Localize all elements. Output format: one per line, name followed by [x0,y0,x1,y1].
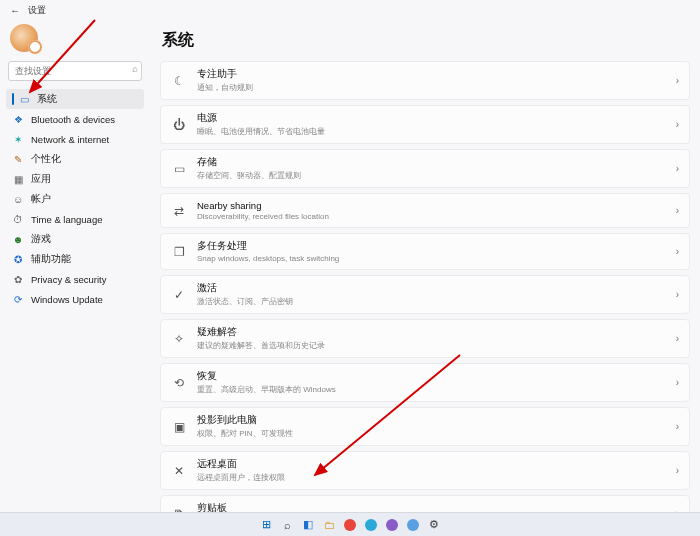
priv-icon: ✿ [12,274,24,285]
setting-subtitle: 通知，自动规则 [197,82,666,93]
setting-title: 剪贴板 [197,502,666,512]
setting-title: 远程桌面 [197,458,666,471]
bt-icon: ❖ [12,114,24,125]
project-icon: ▣ [171,420,187,434]
chevron-right-icon: › [676,421,679,432]
chevron-right-icon: › [676,75,679,86]
search-input[interactable] [8,61,142,81]
sidebar-item-bt[interactable]: ❖Bluetooth & devices [6,109,144,129]
pers-icon: ✎ [12,154,24,165]
game-icon: ☻ [12,234,24,245]
taskbar-settings[interactable]: ⚙ [426,517,442,533]
setting-row-nearby[interactable]: ⇄Nearby sharingDiscoverability, received… [160,193,690,228]
setting-row-storage[interactable]: ▭存储存储空间、驱动器、配置规则› [160,149,690,188]
setting-row-project[interactable]: ▣投影到此电脑权限、配对 PIN、可发现性› [160,407,690,446]
setting-title: 激活 [197,282,666,295]
taskbar-app1[interactable] [384,517,400,533]
acct-icon: ☺ [12,194,24,205]
rdp-icon: ✕ [171,464,187,478]
search-box[interactable]: ⌕ [8,60,142,81]
setting-subtitle: Discoverability, received files location [197,212,666,221]
sidebar-item-label: 游戏 [31,233,51,246]
net-icon: ✶ [12,134,24,145]
setting-title: 存储 [197,156,666,169]
sidebar-item-priv[interactable]: ✿Privacy & security [6,269,144,289]
setting-row-focus[interactable]: ☾专注助手通知，自动规则› [160,61,690,100]
setting-subtitle: 激活状态、订阅、产品密钥 [197,296,666,307]
wu-icon: ⟳ [12,294,24,305]
main-panel: 系统 ☾专注助手通知，自动规则›⏻电源睡眠、电池使用情况、节省电池电量›▭存储存… [150,20,700,512]
sidebar-item-label: 个性化 [31,153,61,166]
search-icon: ⌕ [132,63,138,74]
sidebar: ⌕ ▭系统❖Bluetooth & devices✶Network & inte… [0,20,150,512]
setting-title: Nearby sharing [197,200,666,211]
power-icon: ⏻ [171,118,187,132]
setting-row-power[interactable]: ⏻电源睡眠、电池使用情况、节省电池电量› [160,105,690,144]
avatar[interactable] [10,24,38,52]
taskbar-edge[interactable] [363,517,379,533]
sidebar-item-label: Network & internet [31,134,109,145]
taskbar-explorer[interactable]: 🗀 [321,517,337,533]
multi-icon: ❐ [171,245,187,259]
chevron-right-icon: › [676,205,679,216]
setting-subtitle: 重置、高级启动、早期版本的 Windows [197,384,666,395]
back-icon[interactable]: ← [10,5,20,16]
time-icon: ⏱ [12,214,24,225]
setting-subtitle: 存储空间、驱动器、配置规则 [197,170,666,181]
page-title: 系统 [162,30,690,51]
setting-subtitle: Snap windows, desktops, task switching [197,254,666,263]
setting-title: 疑难解答 [197,326,666,339]
acc-icon: ✪ [12,254,24,265]
storage-icon: ▭ [171,162,187,176]
setting-row-clip[interactable]: 🗎剪贴板Cut and copy history, sync, clear› [160,495,690,512]
setting-title: 投影到此电脑 [197,414,666,427]
taskbar-app2[interactable] [405,517,421,533]
nearby-icon: ⇄ [171,204,187,218]
sidebar-item-label: Windows Update [31,294,103,305]
chevron-right-icon: › [676,377,679,388]
recover-icon: ⟲ [171,376,187,390]
sidebar-item-label: 辅助功能 [31,253,71,266]
chevron-right-icon: › [676,333,679,344]
focus-icon: ☾ [171,74,187,88]
activate-icon: ✓ [171,288,187,302]
setting-row-trouble[interactable]: ✧疑难解答建议的疑难解答、首选项和历史记录› [160,319,690,358]
taskbar-start[interactable]: ⊞ [258,517,274,533]
setting-title: 多任务处理 [197,240,666,253]
setting-row-recover[interactable]: ⟲恢复重置、高级启动、早期版本的 Windows› [160,363,690,402]
sidebar-item-label: 系统 [37,93,57,106]
setting-subtitle: 睡眠、电池使用情况、节省电池电量 [197,126,666,137]
sidebar-item-apps[interactable]: ▦应用 [6,169,144,189]
sidebar-item-game[interactable]: ☻游戏 [6,229,144,249]
sidebar-item-label: Time & language [31,214,102,225]
setting-row-rdp[interactable]: ✕远程桌面远程桌面用户，连接权限› [160,451,690,490]
sidebar-item-acct[interactable]: ☺帐户 [6,189,144,209]
system-icon: ▭ [18,94,30,105]
sidebar-item-system[interactable]: ▭系统 [6,89,144,109]
chevron-right-icon: › [676,289,679,300]
taskbar-search[interactable]: ⌕ [279,517,295,533]
setting-subtitle: 权限、配对 PIN、可发现性 [197,428,666,439]
sidebar-item-net[interactable]: ✶Network & internet [6,129,144,149]
taskbar-widgets[interactable]: ◧ [300,517,316,533]
sidebar-item-acc[interactable]: ✪辅助功能 [6,249,144,269]
taskbar-chrome[interactable] [342,517,358,533]
apps-icon: ▦ [12,174,24,185]
setting-row-multi[interactable]: ❐多任务处理Snap windows, desktops, task switc… [160,233,690,270]
chevron-right-icon: › [676,163,679,174]
trouble-icon: ✧ [171,332,187,346]
sidebar-item-label: 应用 [31,173,51,186]
chevron-right-icon: › [676,465,679,476]
sidebar-item-label: Privacy & security [31,274,107,285]
sidebar-item-time[interactable]: ⏱Time & language [6,209,144,229]
sidebar-item-wu[interactable]: ⟳Windows Update [6,289,144,309]
window-title: 设置 [28,4,46,17]
setting-title: 专注助手 [197,68,666,81]
setting-subtitle: 远程桌面用户，连接权限 [197,472,666,483]
chevron-right-icon: › [676,246,679,257]
sidebar-item-label: Bluetooth & devices [31,114,115,125]
setting-subtitle: 建议的疑难解答、首选项和历史记录 [197,340,666,351]
sidebar-item-pers[interactable]: ✎个性化 [6,149,144,169]
sidebar-item-label: 帐户 [31,193,51,206]
setting-row-activate[interactable]: ✓激活激活状态、订阅、产品密钥› [160,275,690,314]
